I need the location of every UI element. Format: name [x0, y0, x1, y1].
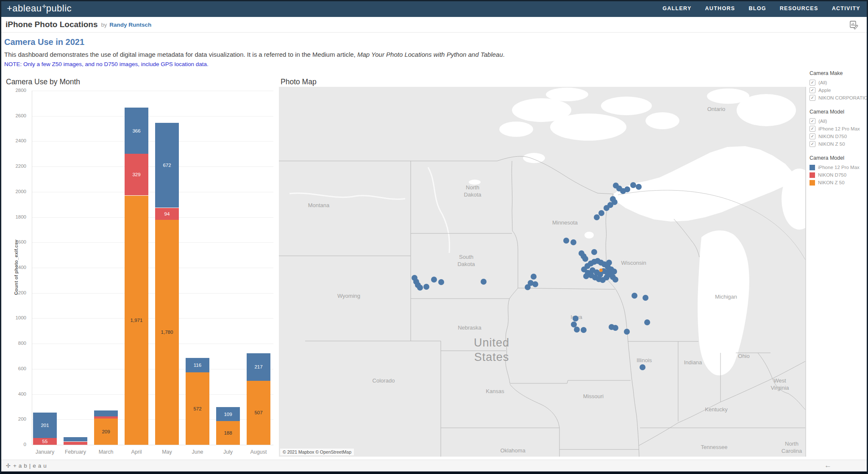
filter-checkbox-iphone-12-pro-max[interactable]: ✓iPhone 12 Pro Max — [810, 125, 866, 133]
bar-segment-iphone-12-pro-max-august[interactable]: 217 — [247, 353, 270, 381]
bar-segment-iphone-12-pro-max-june[interactable]: 116 — [186, 358, 209, 373]
author-link[interactable]: Randy Runtsch — [109, 22, 151, 28]
checkbox-checked-icon[interactable]: ✓ — [810, 80, 815, 86]
checkbox-checked-icon[interactable]: ✓ — [810, 141, 815, 147]
photo-point[interactable] — [583, 273, 589, 279]
photo-point[interactable] — [612, 277, 618, 283]
photo-point[interactable] — [574, 327, 580, 333]
photo-point[interactable] — [632, 293, 637, 299]
dashboard-intro: Camera Use in 2021 This dashboard demons… — [4, 37, 505, 67]
photo-point[interactable] — [643, 295, 648, 301]
filter-group-camera-make: Camera Make✓(All)✓Apple✓NIKON CORPORATIO… — [810, 70, 866, 102]
nav-item-activity[interactable]: ACTIVITY — [832, 6, 860, 11]
map-label: NorthCarolina — [782, 441, 802, 454]
bar-segment-nikon-z-50-may[interactable]: 1,780 — [155, 220, 179, 445]
photo-point[interactable] — [636, 184, 642, 190]
legend-label: iPhone 12 Pro Max — [818, 165, 860, 170]
bar-value-label: 94 — [164, 211, 170, 216]
photo-point[interactable] — [431, 277, 437, 283]
nav-item-resources[interactable]: RESOURCES — [780, 6, 818, 11]
photo-point[interactable] — [598, 210, 604, 216]
photo-point[interactable] — [570, 239, 576, 245]
photo-point[interactable] — [640, 364, 645, 370]
gridline — [32, 166, 273, 167]
photo-point[interactable] — [604, 205, 609, 211]
filter-checkbox--all-[interactable]: ✓(All) — [810, 117, 866, 125]
photo-point[interactable] — [571, 322, 577, 327]
tableau-public-logo[interactable]: +ableau✢public — [7, 3, 72, 14]
photo-map-canvas[interactable]: OntarioMontanaNorthDakotaMinnesotaSouthD… — [279, 87, 805, 457]
x-tick-label-may: May — [152, 449, 182, 455]
gridline — [32, 192, 273, 192]
photo-point[interactable] — [630, 182, 636, 188]
bar-segment-iphone-12-pro-max-january[interactable]: 201 — [33, 413, 57, 438]
bar-segment-iphone-12-pro-max-july[interactable]: 109 — [216, 407, 240, 421]
bar-value-label: 217 — [254, 364, 262, 369]
photo-point[interactable] — [481, 279, 487, 285]
photo-point[interactable] — [531, 274, 537, 280]
bar-segment-nikon-d750-january[interactable]: 55 — [33, 438, 57, 445]
nav-menu: GALLERYAUTHORSBLOGRESOURCESACTIVITY — [662, 6, 860, 11]
photo-point[interactable] — [581, 327, 587, 333]
photo-point[interactable] — [591, 249, 597, 255]
photo-map[interactable]: OntarioMontanaNorthDakotaMinnesotaSouthD… — [279, 87, 806, 457]
bar-segment-nikon-z-50-june[interactable]: 572 — [186, 372, 209, 445]
nav-item-authors[interactable]: AUTHORS — [705, 6, 735, 11]
filter-checkbox--all-[interactable]: ✓(All) — [810, 79, 866, 86]
legend-label: NIKON D750 — [818, 172, 846, 177]
photo-point[interactable] — [644, 319, 650, 325]
map-label: Missouri — [583, 393, 604, 399]
photo-point-z50[interactable] — [599, 269, 603, 272]
bar-segment-nikon-z-50-april[interactable]: 1,971 — [125, 196, 148, 445]
photo-point[interactable] — [417, 285, 423, 291]
back-arrow-icon[interactable]: ← — [824, 461, 832, 470]
photo-point[interactable] — [624, 186, 630, 192]
photo-point[interactable] — [606, 260, 612, 266]
web-edit-icon[interactable] — [849, 20, 859, 30]
photo-point[interactable] — [624, 329, 630, 335]
legend-item-iphone-12-pro-max[interactable]: iPhone 12 Pro Max — [810, 164, 866, 171]
byline: by — [101, 22, 107, 28]
bar-segment-nikon-z-50-march[interactable]: 209 — [94, 419, 118, 445]
dashboard-note: NOTE: Only a few Z50 images, and no D750… — [4, 61, 505, 67]
photo-point[interactable] — [532, 281, 538, 287]
bar-segment-nikon-d750-february[interactable] — [64, 442, 87, 445]
bar-segment-iphone-12-pro-max-may[interactable]: 672 — [155, 123, 179, 208]
photo-point[interactable] — [612, 325, 618, 331]
photo-point[interactable] — [423, 284, 429, 290]
photo-point[interactable] — [563, 238, 569, 244]
checkbox-checked-icon[interactable]: ✓ — [810, 87, 815, 93]
bar-segment-iphone-12-pro-max-february[interactable] — [64, 437, 87, 442]
bar-segment-iphone-12-pro-max-march[interactable] — [94, 410, 118, 416]
filter-checkbox-nikon-corporation[interactable]: ✓NIKON CORPORATION — [810, 94, 866, 102]
photo-point[interactable] — [573, 316, 579, 322]
logo-word-tableau: +ableau — [7, 3, 42, 14]
dashboard-description: This dashboard demonstrates the use of d… — [4, 51, 505, 58]
bar-segment-nikon-z-50-august[interactable]: 507 — [247, 381, 270, 445]
legend-item-nikon-z-50[interactable]: NIKON Z 50 — [810, 179, 866, 186]
bar-segment-nikon-d750-march[interactable] — [94, 416, 118, 419]
checkbox-checked-icon[interactable]: ✓ — [810, 118, 815, 124]
photo-point[interactable] — [604, 269, 610, 275]
map-attribution[interactable]: © 2021 Mapbox © OpenStreetMap — [280, 449, 354, 455]
map-label: UnitedStates — [474, 336, 509, 363]
tableau-footer-logo[interactable]: ✢+ab|eau — [6, 462, 49, 469]
filter-checkbox-nikon-d750[interactable]: ✓NIKON D750 — [810, 133, 866, 140]
bar-segment-nikon-z-50-july[interactable]: 188 — [216, 421, 240, 445]
checkbox-checked-icon[interactable]: ✓ — [810, 126, 815, 132]
legend-item-nikon-d750[interactable]: NIKON D750 — [810, 171, 866, 179]
photo-point[interactable] — [438, 279, 444, 285]
y-tick-label: 1000 — [8, 315, 26, 320]
filter-checkbox-nikon-z-50[interactable]: ✓NIKON Z 50 — [810, 140, 866, 148]
nav-item-blog[interactable]: BLOG — [748, 6, 766, 11]
nav-item-gallery[interactable]: GALLERY — [662, 6, 691, 11]
checkbox-checked-icon[interactable]: ✓ — [810, 95, 815, 101]
photo-point[interactable] — [582, 256, 588, 262]
checkbox-checked-icon[interactable]: ✓ — [810, 133, 815, 139]
bar-segment-nikon-d750-may[interactable]: 94 — [155, 208, 179, 220]
bar-segment-iphone-12-pro-max-april[interactable]: 366 — [125, 108, 148, 154]
filter-group-camera-model: Camera Model✓(All)✓iPhone 12 Pro Max✓NIK… — [810, 109, 866, 148]
photo-point[interactable] — [594, 214, 600, 220]
bar-segment-nikon-d750-april[interactable]: 329 — [125, 154, 148, 195]
filter-checkbox-apple[interactable]: ✓Apple — [810, 86, 866, 94]
